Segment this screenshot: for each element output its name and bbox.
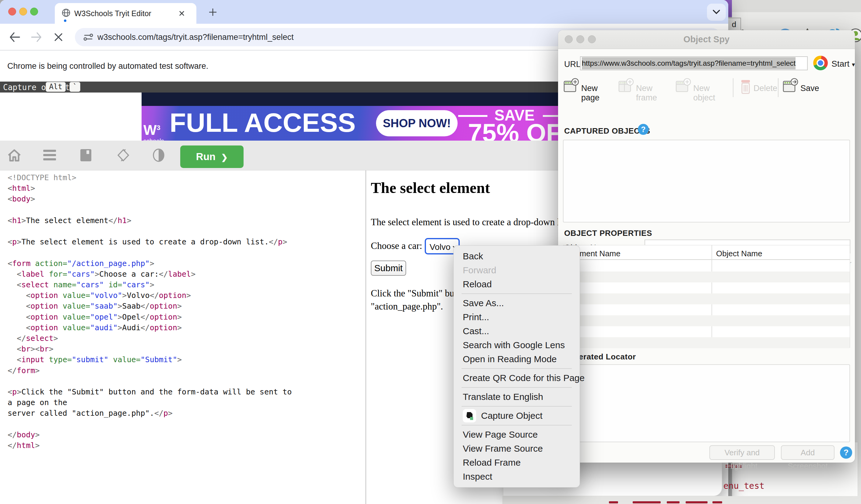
menu-item-search-with-google-lens[interactable]: Search with Google Lens [454, 338, 580, 352]
code-line[interactable] [8, 419, 365, 430]
submit-button[interactable]: Submit [371, 261, 406, 276]
table-row[interactable] [563, 315, 850, 326]
object-spy-titlebar[interactable]: Object Spy [558, 30, 855, 49]
code-line[interactable]: <br><br> [8, 344, 365, 354]
menu-item-label: Reload [463, 279, 492, 289]
clipped-log-text [609, 501, 618, 503]
forward-icon[interactable] [30, 32, 43, 43]
toolbar-button-label: New object [693, 84, 730, 102]
code-line[interactable] [8, 247, 365, 258]
menu-item-back[interactable]: Back [454, 249, 580, 263]
code-line[interactable]: <h1>The select element</h1> [8, 215, 365, 226]
log-fragment-menu-test: enu_test [723, 481, 765, 491]
table-row[interactable] [563, 326, 850, 337]
contrast-icon[interactable] [152, 149, 165, 162]
toolbar-button-label: New page [581, 84, 615, 102]
object-properties-heading: OBJECT PROPERTIES [564, 228, 652, 238]
code-line[interactable]: <p>The select element is used to create … [8, 237, 365, 247]
code-line[interactable]: <form action="/action_page.php"> [8, 258, 365, 269]
save-button[interactable]: Save [782, 78, 816, 99]
ad-banner[interactable]: FULL ACCESS SHOP NOW! SAVE 75% OFF W3 sc… [141, 93, 559, 141]
start-button[interactable]: Start ▾ [832, 59, 855, 69]
verify-and-highlight-button[interactable]: Verify and Highlight [709, 445, 775, 460]
menu-item-view-frame-source[interactable]: View Frame Source [454, 442, 580, 456]
table-row[interactable] [563, 261, 850, 271]
ad-shop-now-button[interactable]: SHOP NOW! [376, 110, 457, 136]
captured-objects-box[interactable] [563, 140, 850, 223]
menu-item-save-as[interactable]: Save As... [454, 296, 580, 310]
menu-item-capture-object[interactable]: Capture Object [454, 409, 580, 423]
code-line[interactable]: </form> [8, 365, 365, 376]
menu-item-create-qr-code-for-this-page[interactable]: Create QR Code for this Page [454, 371, 580, 385]
home-icon[interactable] [7, 149, 21, 162]
menu-separator [462, 293, 572, 294]
close-window-button[interactable] [8, 8, 16, 15]
captured-help-icon[interactable]: ? [638, 124, 649, 135]
table-row[interactable] [563, 304, 850, 315]
bottom-help-icon[interactable]: ? [840, 447, 852, 459]
code-line[interactable]: a page on the [8, 397, 365, 408]
run-button[interactable]: Run ❯ [180, 145, 244, 168]
code-line[interactable]: <body> [8, 194, 365, 204]
new-tab-icon[interactable] [208, 8, 217, 17]
table-row[interactable] [563, 337, 850, 348]
menu-item-inspect[interactable]: Inspect [454, 470, 580, 484]
code-line[interactable] [8, 376, 365, 387]
rotate-icon[interactable] [116, 148, 130, 163]
generated-locator-box[interactable] [563, 364, 850, 442]
save-icon[interactable] [80, 149, 92, 162]
menu-item-print[interactable]: Print... [454, 310, 580, 324]
menu-separator [462, 425, 572, 425]
table-row[interactable] [563, 293, 850, 304]
browser-tab[interactable]: W3Schools Tryit Editor [55, 3, 196, 24]
code-line[interactable]: <option value="volvo">Volvo</option> [8, 290, 365, 301]
code-line[interactable] [8, 226, 365, 237]
code-line[interactable]: </body> [8, 430, 365, 440]
tab-close-icon[interactable] [178, 10, 186, 17]
menu-item-view-page-source[interactable]: View Page Source [454, 428, 580, 442]
menu-item-cast[interactable]: Cast... [454, 324, 580, 338]
code-line[interactable]: <!DOCTYPE html> [8, 172, 365, 183]
code-line[interactable]: <option value="audi">Audi</option> [8, 322, 365, 333]
object-spy-url-field[interactable]: https://www.w3schools.com/tags/tryit.asp… [580, 56, 808, 70]
menu-item-reload-frame[interactable]: Reload Frame [454, 456, 580, 470]
code-line[interactable]: </select> [8, 333, 365, 344]
table-row[interactable] [563, 271, 850, 282]
table-row[interactable] [563, 282, 850, 293]
code-line[interactable]: <input type="submit" value="Submit"> [8, 354, 365, 365]
menu-item-reload[interactable]: Reload [454, 277, 580, 291]
maximize-window-button[interactable] [30, 8, 38, 15]
url-field-value: https://www.w3schools.com/tags/tryit.asp… [582, 57, 795, 69]
code-editor[interactable]: <!DOCTYPE html><html><body> <h1>The sele… [0, 170, 365, 504]
code-line[interactable]: <label for="cars">Choose a car:</label> [8, 269, 365, 279]
site-info-icon[interactable] [83, 32, 93, 42]
code-line[interactable]: </html> [8, 440, 365, 451]
code-line[interactable]: <option value="opel">Opel</option> [8, 312, 365, 322]
code-line[interactable]: <html> [8, 183, 365, 194]
clipped-log-text [667, 501, 680, 503]
menu-item-open-in-reading-mode[interactable]: Open in Reading Mode [454, 352, 580, 366]
new-page-button[interactable]: New page [563, 78, 615, 99]
automation-tool-titlebar [732, 0, 861, 12]
menu-icon[interactable] [43, 149, 57, 161]
captured-objects-heading: CAPTURED OBJECTS [564, 126, 650, 136]
url-label: URL [564, 60, 580, 69]
code-line[interactable]: server called "action_page.php".</p> [8, 408, 365, 419]
toolbar-divider [733, 78, 734, 97]
code-line[interactable]: <option value="saab">Saab</option> [8, 301, 365, 311]
minimize-window-button[interactable] [19, 8, 27, 15]
w3schools-logo-text: schools [144, 138, 164, 141]
trash-icon [738, 78, 753, 98]
stop-loading-icon[interactable] [54, 32, 63, 42]
chevron-down-icon [712, 9, 721, 15]
ad-main: FULL ACCESS SHOP NOW! SAVE 75% OFF W3 sc… [141, 106, 559, 141]
add-screenshot-button[interactable]: Add Screenshot [781, 445, 834, 460]
menu-item-translate-to-english[interactable]: Translate to English [454, 390, 580, 404]
back-icon[interactable] [9, 32, 21, 43]
menu-item-label: Inspect [463, 472, 492, 481]
object-spy-title: Object Spy [558, 34, 855, 44]
tab-search-button[interactable] [707, 4, 726, 21]
code-line[interactable]: <p>Click the "Submit" button and the for… [8, 387, 365, 397]
code-line[interactable] [8, 205, 365, 215]
code-line[interactable]: <select name="cars" id="cars"> [8, 279, 365, 290]
